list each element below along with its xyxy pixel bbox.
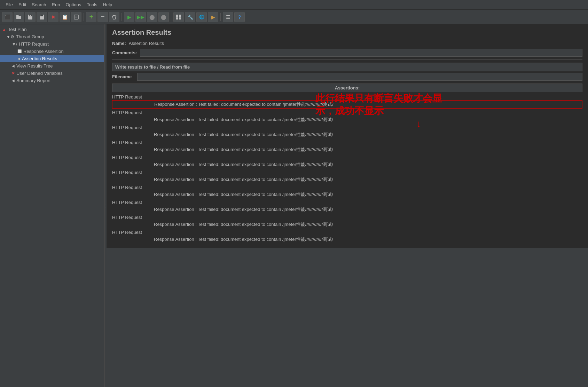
clear-button[interactable] (109, 12, 119, 22)
assertion-group: HTTP RequestResponse Assertion : Test fa… (112, 139, 582, 153)
assertion-group: HTTP RequestResponse Assertion : Test fa… (112, 124, 582, 139)
open-button[interactable] (14, 12, 24, 22)
add-button[interactable]: + (86, 12, 96, 22)
sidebar: ▲ Test Plan ▼⚙ Thread Group ▼/ HTTP Requ… (0, 24, 104, 387)
menu-file[interactable]: File (3, 1, 16, 9)
help-button[interactable]: ? (234, 12, 245, 22)
sidebar-item-http-request[interactable]: ▼/ HTTP Request (0, 40, 104, 48)
separator-2 (121, 13, 122, 21)
sidebar-item-label: Thread Group (16, 34, 44, 39)
sidebar-item-test-plan[interactable]: ▲ Test Plan (0, 26, 104, 33)
main-layout: ▲ Test Plan ▼⚙ Thread Group ▼/ HTTP Requ… (0, 24, 588, 387)
divider-1 (112, 60, 582, 60)
http-request-icon: ▼/ (12, 42, 17, 47)
stop-button[interactable]: ⬤ (147, 12, 157, 22)
sidebar-item-user-defined-variables[interactable]: ✖ User Defined Variables (0, 70, 104, 77)
filename-row: Filename (112, 73, 582, 81)
separator-3 (171, 13, 171, 21)
response-assertion-icon: ⬜ (17, 49, 22, 53)
sidebar-item-summary-report[interactable]: ◀ Summary Report (0, 77, 104, 84)
svg-rect-4 (40, 15, 43, 16)
svg-rect-2 (30, 15, 31, 16)
run-remote-button[interactable]: ☰ (223, 12, 233, 22)
http-request-row: HTTP Request (112, 169, 582, 176)
test-plan-icon: ▲ (2, 27, 6, 32)
assertion-row: Response Assertion : Test failed: docume… (112, 176, 582, 183)
assertion-group: HTTP RequestResponse Assertion : Test fa… (112, 169, 582, 183)
start-button[interactable]: ▶ (124, 12, 134, 22)
menu-search[interactable]: Search (29, 1, 49, 9)
clear-all-button[interactable] (173, 12, 184, 22)
assertion-row: Response Assertion : Test failed: docume… (112, 146, 582, 153)
svg-rect-11 (176, 17, 178, 19)
summary-report-icon: ◀ (12, 79, 15, 82)
shutdown-button[interactable]: ⬤ (158, 12, 169, 22)
write-results-label: Write results to file / Read from file (115, 64, 190, 70)
assertion-results-icon: ◀ (17, 57, 20, 61)
comments-row: Comments: (112, 49, 582, 57)
sidebar-item-label: Response Assertion (23, 49, 64, 54)
menu-bar: File Edit Search Run Options Tools Help (0, 0, 588, 10)
content-wrapper: 此行结果只有断言失败才会显示，成功不显示 ↓ Assertion Results… (107, 24, 588, 387)
comments-label: Comments: (112, 50, 137, 55)
sidebar-item-label: Assertion Results (22, 56, 57, 61)
name-row: Name: Assertion Results (112, 41, 582, 46)
assertion-row: Response Assertion : Test failed: docume… (112, 100, 582, 109)
filename-input[interactable] (137, 73, 582, 81)
svg-rect-9 (176, 15, 178, 17)
sidebar-item-view-results-tree[interactable]: ◀ View Results Tree (0, 62, 104, 70)
comments-input[interactable] (140, 49, 582, 57)
filename-label: Filename (112, 74, 132, 79)
user-defined-icon: ✖ (12, 71, 15, 75)
sidebar-item-thread-group[interactable]: ▼⚙ Thread Group (0, 33, 104, 40)
assertion-group: HTTP RequestResponse Assertion : Test fa… (112, 229, 582, 243)
sidebar-item-label: View Results Tree (16, 63, 53, 69)
sidebar-item-assertion-results[interactable]: ◀ Assertion Results (0, 55, 104, 62)
assertion-row: Response Assertion : Test failed: docume… (112, 161, 582, 168)
remote-button[interactable]: 🌐 (196, 12, 207, 22)
menu-run[interactable]: Run (49, 1, 63, 9)
remove-button[interactable]: − (97, 12, 108, 22)
sidebar-item-label: Summary Report (16, 78, 50, 83)
assertion-group: HTTP RequestResponse Assertion : Test fa… (112, 184, 582, 198)
functions-button[interactable]: 🔧 (185, 12, 195, 22)
http-request-row: HTTP Request (112, 229, 582, 236)
svg-text:🔧: 🔧 (188, 14, 193, 20)
http-request-row: HTTP Request (112, 214, 582, 221)
menu-help[interactable]: Help (100, 1, 115, 9)
assertion-group: HTTP RequestResponse Assertion : Test fa… (112, 109, 582, 124)
new-button[interactable]: ⬛ (2, 12, 13, 22)
svg-rect-10 (179, 15, 181, 17)
start-no-pauses-button[interactable]: ▶▶ (135, 12, 146, 22)
menu-edit[interactable]: Edit (16, 1, 29, 9)
http-request-row: HTTP Request (112, 109, 582, 116)
http-request-row: HTTP Request (112, 139, 582, 146)
assertion-group: HTTP RequestResponse Assertion : Test fa… (112, 154, 582, 168)
http-request-row: HTTP Request (112, 184, 582, 191)
menu-tools[interactable]: Tools (84, 1, 100, 9)
save-button[interactable] (25, 12, 36, 22)
svg-rect-12 (179, 17, 181, 19)
http-request-row: HTTP Request (112, 94, 582, 100)
separator-4 (220, 13, 221, 21)
menu-options[interactable]: Options (63, 1, 84, 9)
template-button[interactable]: ▶ (208, 12, 218, 22)
http-request-row: HTTP Request (112, 124, 582, 131)
sidebar-item-label: Test Plan (8, 27, 26, 32)
sidebar-item-label: User Defined Variables (16, 71, 63, 76)
assertion-group: HTTP RequestResponse Assertion : Test fa… (112, 199, 582, 213)
copy-button[interactable]: 📋 (60, 12, 70, 22)
sidebar-item-response-assertion[interactable]: ⬜ Response Assertion (0, 48, 104, 55)
close-button[interactable]: ✖ (48, 12, 58, 22)
separator-1 (84, 13, 84, 21)
toolbar: ⬛ ✖ 📋 + − ▶ ▶▶ ⬤ ⬤ 🔧 🌐 ▶ ☰ ? (0, 10, 588, 24)
save-as-button[interactable] (37, 12, 47, 22)
assertion-row: Response Assertion : Test failed: docume… (112, 191, 582, 198)
assertion-row: Response Assertion : Test failed: docume… (112, 221, 582, 228)
assertion-group: HTTP RequestResponse Assertion : Test fa… (112, 214, 582, 228)
assertion-row: Response Assertion : Test failed: docume… (112, 206, 582, 213)
assertion-row: Response Assertion : Test failed: docume… (112, 116, 582, 124)
revert-button[interactable] (71, 12, 81, 22)
http-request-row: HTTP Request (112, 154, 582, 161)
panel-title: Assertion Results (112, 29, 582, 37)
